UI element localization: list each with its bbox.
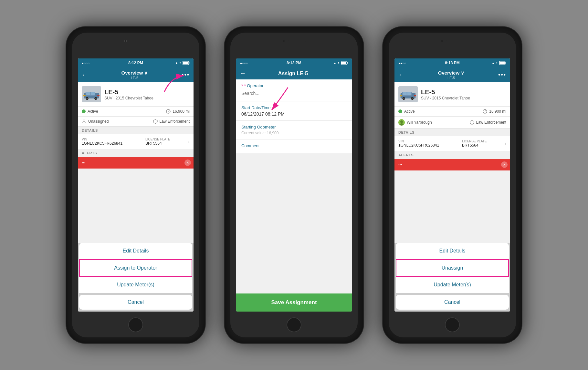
gray-area-2 bbox=[236, 155, 352, 292]
phones-container: ●○○○ 8:12 PM ▲ ✦ ← bbox=[0, 27, 588, 343]
update-meters-button-3[interactable]: Update Meter(s) bbox=[396, 277, 509, 293]
back-button-2[interactable]: ← bbox=[240, 70, 246, 77]
phone-3: ●●○○ 8:13 PM ▲ ✦ ← bbox=[383, 27, 522, 343]
battery-icon-3 bbox=[499, 61, 506, 65]
plate-value-1: BRT5564 bbox=[145, 141, 170, 146]
alert-bar-3: ••• × bbox=[394, 159, 510, 170]
svg-rect-18 bbox=[341, 62, 346, 64]
status-icons-1: ▲ ✦ bbox=[175, 61, 190, 65]
alert-bar-1: ••• × bbox=[78, 157, 194, 169]
nav-title-3: Overview ∨ bbox=[404, 70, 498, 76]
speaker-2 bbox=[288, 40, 306, 42]
home-button-3[interactable] bbox=[445, 317, 460, 332]
signal-2: ●○○○ bbox=[240, 61, 248, 65]
edit-details-button-3[interactable]: Edit Details bbox=[396, 243, 509, 259]
comment-label-2: Comment bbox=[241, 143, 347, 148]
vehicle-type-1: SUV · 2015 Chevrolet Tahoe bbox=[104, 96, 153, 100]
phone-1-screen: ●○○○ 8:12 PM ▲ ✦ ← bbox=[78, 58, 194, 312]
time-2: 8:13 PM bbox=[287, 61, 301, 65]
nav-header-1: ← Overview ∨ LE-5 ••• bbox=[78, 67, 194, 82]
active-dot-1 bbox=[82, 109, 86, 113]
status-row-1b: Unassigned Law Enforcement bbox=[78, 117, 194, 127]
signal-1: ●○○○ bbox=[82, 61, 89, 65]
status-bar-2: ●○○○ 8:13 PM ▲ ✦ bbox=[236, 58, 352, 67]
comment-field-2: Comment bbox=[236, 139, 352, 153]
svg-rect-11 bbox=[83, 95, 86, 96]
phone-3-screen: ●●○○ 8:13 PM ▲ ✦ ← bbox=[394, 58, 510, 312]
vehicle-card-1: LE-5 SUV · 2015 Chevrolet Tahoe bbox=[78, 82, 194, 107]
start-datetime-value-2[interactable]: 06/12/2017 08:12 PM bbox=[241, 111, 347, 117]
battery-icon-1 bbox=[183, 61, 190, 65]
status-bar-3: ●●○○ 8:13 PM ▲ ✦ bbox=[394, 58, 510, 67]
save-assignment-button-2[interactable]: Save Assignment bbox=[236, 293, 352, 312]
home-button-2[interactable] bbox=[287, 317, 301, 332]
svg-rect-23 bbox=[506, 62, 506, 64]
signal-3: ●●○○ bbox=[398, 61, 406, 65]
speaker-1 bbox=[130, 40, 147, 42]
svg-line-14 bbox=[168, 110, 169, 111]
vin-label-3: VIN bbox=[398, 139, 439, 143]
alerts-section-3: ALERTS bbox=[394, 151, 510, 159]
operator-avatar-3 bbox=[398, 119, 405, 126]
shield-icon-1 bbox=[153, 119, 158, 124]
svg-point-15 bbox=[83, 120, 85, 122]
svg-point-37 bbox=[400, 120, 403, 123]
active-label-3: Active bbox=[404, 109, 415, 114]
nav-header-2: ← Assign LE-5 bbox=[236, 67, 352, 79]
unassign-button-3[interactable]: Unassign bbox=[396, 259, 509, 277]
nav-subtitle-3: LE-5 bbox=[404, 76, 498, 80]
group-label-3: Law Enforcement bbox=[476, 120, 506, 125]
details-row-3: VIN 1GNLC2KC5FR626841 License Plate BRT5… bbox=[394, 136, 510, 151]
more-button-1[interactable]: ••• bbox=[182, 72, 190, 78]
shield-icon-3 bbox=[470, 120, 474, 125]
action-sheet-1: Edit Details Assign to Operator Update M… bbox=[78, 243, 194, 312]
operator-label-3: Will Yarbrough bbox=[407, 120, 432, 125]
update-meters-button-1[interactable]: Update Meter(s) bbox=[79, 277, 192, 293]
svg-rect-33 bbox=[414, 95, 416, 96]
svg-rect-10 bbox=[91, 92, 95, 95]
back-button-3[interactable]: ← bbox=[398, 72, 404, 78]
svg-rect-1 bbox=[183, 62, 188, 64]
operator-field-2: * Operator bbox=[236, 79, 352, 101]
back-button-1[interactable]: ← bbox=[82, 72, 88, 78]
assign-operator-button-1[interactable]: Assign to Operator bbox=[79, 259, 192, 277]
assign-form-2: * Operator Start Date/Time 06/12/2017 08… bbox=[236, 79, 352, 153]
svg-rect-32 bbox=[400, 95, 402, 96]
person-icon-1 bbox=[82, 119, 86, 124]
alert-close-1[interactable]: × bbox=[184, 159, 191, 166]
home-button-1[interactable] bbox=[128, 317, 143, 332]
svg-rect-19 bbox=[347, 62, 348, 64]
cancel-button-3[interactable]: Cancel bbox=[396, 295, 509, 310]
operator-label-2: * Operator bbox=[241, 83, 347, 88]
edit-details-button-1[interactable]: Edit Details bbox=[79, 243, 192, 259]
vehicle-card-3: LE-5 SUV · 2015 Chevrolet Tahoe bbox=[394, 82, 510, 107]
nav-title-2: Assign LE-5 bbox=[246, 71, 340, 77]
start-datetime-label-2: Start Date/Time bbox=[241, 105, 347, 110]
group-label-1: Law Enforcement bbox=[160, 119, 190, 124]
odometer-hint-2: Current value: 16,900 bbox=[241, 131, 347, 135]
vehicle-type-3: SUV · 2015 Chevrolet Tahoe bbox=[421, 96, 470, 100]
status-row-3b: Will Yarbrough Law Enforcement bbox=[394, 117, 510, 128]
mileage-label-3: 16,900 mi bbox=[489, 109, 506, 114]
vin-label-1: VIN bbox=[82, 138, 122, 141]
phone-2: ●○○○ 8:13 PM ▲ ✦ ← bbox=[225, 27, 363, 343]
svg-rect-31 bbox=[407, 92, 412, 95]
nav-subtitle-1: LE-5 bbox=[88, 76, 182, 80]
phone-1: ●○○○ 8:12 PM ▲ ✦ ← bbox=[66, 27, 205, 343]
operator-search-input-2[interactable] bbox=[241, 89, 347, 97]
battery-icon-2 bbox=[341, 61, 348, 65]
status-row-3a: Active 16,900 mi bbox=[394, 107, 510, 117]
vin-value-1: 1GNLC2KC5FR626841 bbox=[82, 141, 122, 146]
details-arrow-1: › bbox=[188, 139, 190, 145]
more-button-3[interactable]: ••• bbox=[498, 72, 506, 78]
camera-icon-1 bbox=[124, 40, 127, 42]
speaker-3 bbox=[446, 40, 464, 42]
cancel-button-1[interactable]: Cancel bbox=[79, 295, 192, 310]
svg-rect-30 bbox=[403, 92, 407, 95]
vehicle-thumb-3 bbox=[398, 86, 418, 102]
alert-close-3[interactable]: × bbox=[501, 161, 508, 168]
svg-point-29 bbox=[412, 98, 413, 99]
odometer-field-2: Starting Odometer Current value: 16,900 bbox=[236, 121, 352, 139]
time-1: 8:12 PM bbox=[128, 61, 143, 65]
start-datetime-field-2: Start Date/Time 06/12/2017 08:12 PM bbox=[236, 101, 352, 121]
